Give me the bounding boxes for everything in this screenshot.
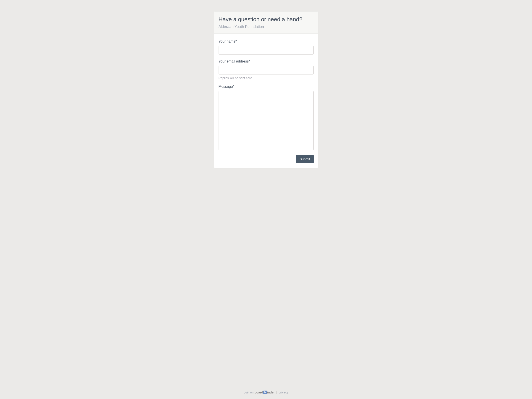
- message-textarea[interactable]: [219, 91, 314, 150]
- email-group: Your email address* Replies will be sent…: [219, 59, 314, 80]
- privacy-link[interactable]: privacy: [279, 391, 288, 394]
- brand-text-post: inder: [267, 391, 275, 394]
- page-title: Have a question or need a hand?: [219, 16, 314, 23]
- brand-text-pre: board: [254, 391, 263, 394]
- submit-button[interactable]: Submit: [296, 155, 314, 163]
- name-input[interactable]: [219, 46, 314, 55]
- email-input[interactable]: [219, 66, 314, 75]
- footer: built on board b inder | privacy: [244, 386, 288, 399]
- contact-card: Have a question or need a hand? Alderaan…: [214, 11, 318, 168]
- card-body: Your name* Your email address* Replies w…: [214, 34, 318, 168]
- card-header: Have a question or need a hand? Alderaan…: [214, 12, 318, 34]
- form-actions: Submit: [219, 155, 314, 163]
- name-group: Your name*: [219, 39, 314, 55]
- brand-link[interactable]: board b inder: [254, 391, 275, 394]
- org-subtitle: Alderaan Youth Foundation: [219, 25, 314, 29]
- brand-logo-icon: b: [263, 391, 267, 394]
- email-hint: Replies will be sent here.: [219, 76, 314, 80]
- footer-separator: |: [276, 391, 277, 394]
- footer-built-on: built on: [244, 391, 253, 394]
- message-group: Message*: [219, 85, 314, 151]
- name-label: Your name*: [219, 39, 314, 44]
- message-label: Message*: [219, 85, 314, 89]
- email-label: Your email address*: [219, 59, 314, 63]
